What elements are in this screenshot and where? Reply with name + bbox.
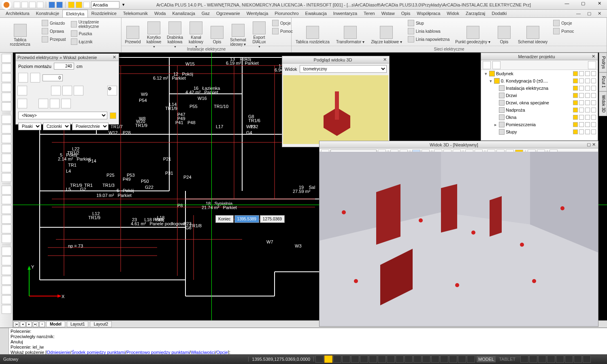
left-tool-10[interactable]: [2, 154, 11, 163]
dock-tab[interactable]: Podrys: [599, 53, 607, 72]
menu-rozdzielnice[interactable]: Rozdzielnice: [88, 10, 119, 17]
print-icon[interactable]: [585, 108, 590, 112]
tool4-icon[interactable]: [74, 86, 83, 95]
tool1-icon[interactable]: [17, 86, 27, 95]
status-toggle-17[interactable]: [467, 356, 475, 363]
left-tool-21[interactable]: [2, 266, 11, 275]
close-icon[interactable]: ✕: [382, 57, 388, 62]
left-tool-0[interactable]: [2, 54, 11, 63]
tab-last-icon[interactable]: ▸|: [33, 322, 38, 327]
menu-gaz[interactable]: Gaz: [198, 10, 213, 17]
menu-wstaw[interactable]: Wstaw: [378, 10, 398, 17]
status-toggle-6[interactable]: [369, 356, 377, 363]
dock-tab[interactable]: Widok 3D: [599, 91, 607, 116]
menu-widok[interactable]: Widok: [443, 10, 462, 17]
left-tool-22[interactable]: [2, 276, 11, 285]
left-tool-5[interactable]: [2, 102, 11, 111]
color-swatch[interactable]: [591, 93, 596, 98]
color-swatch[interactable]: [591, 78, 596, 83]
gear-icon[interactable]: ⚙: [107, 86, 117, 95]
status-toggle-16[interactable]: [458, 356, 466, 363]
tab-add-icon[interactable]: +: [39, 322, 45, 327]
left-tool-23[interactable]: [2, 286, 11, 294]
menu-piorunochro[interactable]: Piorunochro: [271, 10, 302, 17]
menu-konstrukcje[interactable]: Konstrukcje: [33, 10, 62, 17]
cmd-option[interactable]: Środek pomiędzy punktami: [71, 350, 125, 354]
ribbon-słup[interactable]: Słup: [407, 19, 450, 27]
qat-print-icon[interactable]: [37, 2, 43, 8]
ribbon-linia-napowietrzna[interactable]: Linia napowietrzna: [407, 36, 450, 43]
print-icon[interactable]: [585, 71, 590, 76]
mdi-minimize[interactable]: —: [573, 10, 584, 17]
lock-icon[interactable]: [579, 108, 584, 112]
print-icon[interactable]: [585, 115, 590, 120]
left-tool-8[interactable]: [2, 134, 11, 143]
bulb-icon[interactable]: [573, 93, 578, 98]
tablet-toggle[interactable]: TABLET: [496, 357, 519, 362]
menu-opis[interactable]: Opis: [398, 10, 414, 17]
tool3-icon[interactable]: [62, 86, 72, 95]
tool2-icon[interactable]: [51, 86, 61, 95]
ribbon-linia-kablowa[interactable]: Linia kablowa: [407, 28, 450, 35]
bulb-icon[interactable]: [573, 78, 578, 83]
left-tool-9[interactable]: [2, 144, 11, 153]
left-tool-2[interactable]: [2, 73, 11, 82]
color-swatch[interactable]: [591, 86, 596, 91]
ribbon-small[interactable]: Pomoc: [271, 28, 294, 35]
ribbon-oprawa[interactable]: Oprawa: [41, 28, 66, 35]
cmd-option[interactable]: Odniesienie: [47, 350, 70, 354]
left-tool-18[interactable]: [2, 234, 11, 243]
status-toggle-13[interactable]: [431, 356, 439, 363]
project-manager-panel[interactable]: Menadżer projektu✕ ▾Budynek▾0. Kondygnac…: [481, 53, 598, 141]
mdi-restore[interactable]: ▢: [584, 10, 594, 17]
print-icon[interactable]: [585, 78, 590, 83]
print-icon[interactable]: [585, 86, 590, 91]
lock-icon[interactable]: [579, 115, 584, 120]
print-icon[interactable]: [585, 129, 590, 134]
left-tool-12[interactable]: [2, 173, 11, 182]
left-tool-1[interactable]: [2, 63, 11, 72]
color-swatch[interactable]: [591, 71, 596, 76]
tree-row[interactable]: Instalacja elektryczna: [481, 85, 598, 92]
tree-row[interactable]: ▸Pomieszczenia: [481, 121, 598, 128]
left-tool-4[interactable]: [2, 93, 11, 102]
color-swatch[interactable]: [591, 100, 596, 105]
tree-row[interactable]: Nadproża: [481, 106, 598, 114]
ribbon-przepust[interactable]: Przepust: [41, 36, 66, 43]
layout-tab[interactable]: Layout2: [90, 321, 112, 327]
filter-icon[interactable]: [588, 61, 596, 69]
status-toggle-r-4[interactable]: [556, 356, 564, 363]
lock-icon[interactable]: [579, 78, 584, 83]
status-toggle-12[interactable]: [422, 356, 430, 363]
tree-tool1-icon[interactable]: [483, 61, 491, 69]
status-toggle-10[interactable]: [405, 356, 413, 363]
maximize-icon[interactable]: ▢: [587, 142, 591, 147]
print-icon[interactable]: [585, 122, 590, 127]
status-toggle-7[interactable]: [378, 356, 386, 363]
bulb-icon[interactable]: [573, 108, 578, 112]
menu-woda[interactable]: Woda: [151, 10, 169, 17]
tool5-icon[interactable]: [17, 99, 27, 108]
close-icon[interactable]: ✕: [590, 54, 596, 59]
status-toggle-15[interactable]: [449, 356, 457, 363]
close-icon[interactable]: ✕: [591, 142, 596, 147]
mode1-icon[interactable]: [18, 73, 28, 83]
left-tool-14[interactable]: [2, 195, 11, 204]
status-toggle-5[interactable]: [360, 356, 368, 363]
left-tool-19[interactable]: [2, 247, 11, 256]
tree-row[interactable]: Drzwi: [481, 92, 598, 99]
left-tool-6[interactable]: [2, 115, 11, 124]
left-tool-24[interactable]: [2, 295, 11, 304]
qat-light-icon[interactable]: [68, 2, 75, 8]
layer-combo[interactable]: [91, 1, 119, 8]
menu-inwentaryza[interactable]: Inwentaryza: [330, 10, 360, 17]
bulb-icon[interactable]: [573, 71, 578, 76]
tree-tool2-icon[interactable]: [492, 61, 501, 69]
ribbon-urządzenie-elektryczne[interactable]: Urządzenie elektryczne: [70, 19, 119, 29]
print-icon[interactable]: [585, 93, 590, 98]
cmd-option[interactable]: Opcje: [216, 350, 228, 354]
wire-panel[interactable]: Przewód elektryczny » Wskaż położenie✕ P…: [15, 53, 119, 125]
color-swatch[interactable]: [591, 122, 596, 127]
lock-icon[interactable]: [579, 129, 584, 134]
tab-prev-icon[interactable]: ◂: [20, 322, 26, 327]
